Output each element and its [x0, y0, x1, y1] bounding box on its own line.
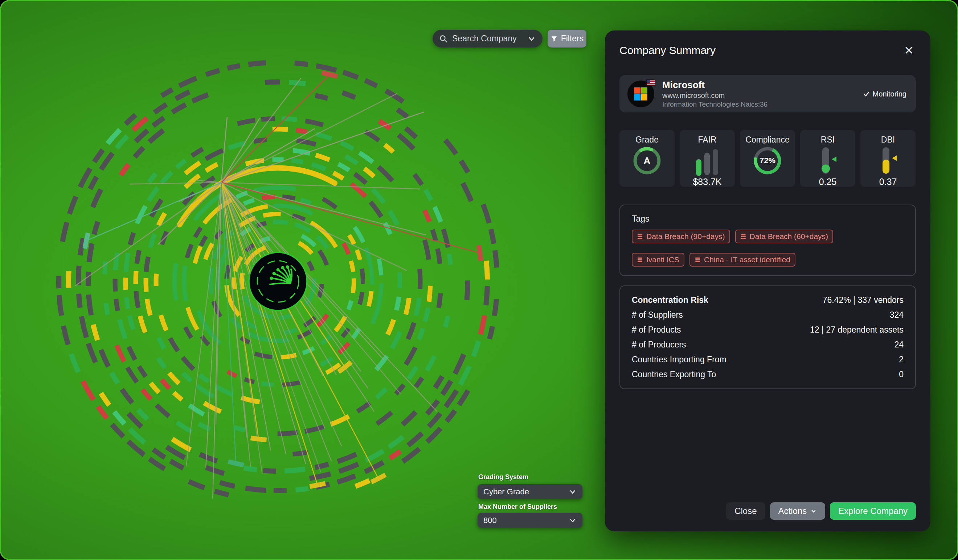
- tag-stack-icon: [740, 234, 747, 240]
- metric-row: Concentration Risk76.42% | 337 vendors: [632, 293, 904, 308]
- explore-company-button[interactable]: Explore Company: [830, 502, 916, 520]
- dbi-gauge-icon: [874, 145, 901, 177]
- stat-card-grade: Grade A: [619, 130, 674, 187]
- search-placeholder: Search Company: [452, 34, 517, 44]
- app-canvas: Search Company Filters Grading System Cy…: [0, 0, 958, 560]
- metric-row: # of Producers24: [632, 337, 904, 352]
- tag-label: Ivanti ICS: [646, 255, 679, 264]
- metric-label: Concentration Risk: [632, 295, 708, 305]
- stat-label: DBI: [881, 135, 895, 145]
- stat-value: $83.7K: [693, 177, 722, 187]
- metric-row: Countries Importing From2: [632, 352, 904, 367]
- check-icon: [863, 90, 870, 97]
- tag-chip[interactable]: Data Breach (90+days): [632, 229, 730, 244]
- grading-system-select[interactable]: Cyber Grade: [477, 484, 582, 499]
- company-name: Microsoft: [662, 79, 768, 91]
- tag-stack-icon: [695, 257, 701, 263]
- stat-label: FAIR: [698, 135, 716, 145]
- tag-stack-icon: [637, 257, 643, 263]
- filter-icon: [550, 35, 558, 43]
- grade-value: A: [631, 145, 663, 177]
- filters-button[interactable]: Filters: [547, 30, 587, 47]
- actions-label: Actions: [779, 506, 807, 516]
- panel-header: Company Summary ✕: [619, 30, 916, 59]
- tag-label: China - IT asset identified: [704, 255, 790, 264]
- company-summary-panel: Company Summary ✕ Microsoft www.microsof…: [605, 30, 930, 532]
- metric-row: # of Products12 | 27 dependent assets: [632, 323, 904, 337]
- monitoring-label: Monitoring: [873, 90, 906, 98]
- metric-value: 24: [894, 340, 904, 350]
- company-avatar: [627, 81, 654, 108]
- tag-stack-icon: [637, 234, 643, 240]
- grading-system-value: Cyber Grade: [483, 487, 529, 497]
- grade-donut-icon: A: [631, 145, 663, 177]
- chevron-down-icon: [810, 508, 817, 514]
- company-search-select[interactable]: Search Company: [433, 30, 542, 47]
- close-button[interactable]: Close: [726, 502, 765, 520]
- company-domain: www.microsoft.com: [662, 92, 768, 100]
- tags-card: Tags Data Breach (90+days)Data Breach (6…: [619, 204, 916, 276]
- close-icon[interactable]: ✕: [902, 44, 916, 57]
- company-text: Microsoft www.microsoft.com Information …: [662, 79, 768, 108]
- tags-list: Data Breach (90+days)Data Breach (60+day…: [632, 229, 904, 267]
- stat-card-rsi: RSI 0.25: [800, 130, 855, 187]
- panel-title: Company Summary: [619, 44, 715, 57]
- grading-system-label: Grading System: [478, 473, 528, 481]
- metric-value: 2: [899, 355, 904, 364]
- tags-title: Tags: [632, 214, 904, 224]
- metrics-list: Concentration Risk76.42% | 337 vendors# …: [632, 293, 904, 382]
- compliance-donut-icon: 72%: [752, 145, 784, 177]
- stat-value: 0.37: [879, 177, 897, 187]
- metric-value: 12 | 27 dependent assets: [810, 325, 904, 335]
- tag-chip[interactable]: Data Breach (60+days): [735, 229, 834, 244]
- metric-label: # of Products: [632, 325, 681, 335]
- max-suppliers-label: Max Number of Suppliers: [478, 503, 557, 511]
- actions-button[interactable]: Actions: [770, 502, 826, 520]
- tag-label: Data Breach (60+days): [750, 232, 828, 241]
- search-icon: [439, 35, 448, 43]
- chevron-down-icon: [569, 516, 577, 524]
- compliance-value: 72%: [752, 145, 784, 177]
- stat-card-fair: FAIR $83.7K: [680, 130, 735, 187]
- metric-row: # of Suppliers324: [632, 308, 904, 323]
- metric-row: Countries Exporting To0: [632, 367, 904, 382]
- chevron-down-icon: [527, 35, 536, 43]
- stat-label: Compliance: [745, 135, 789, 145]
- tag-chip[interactable]: Ivanti ICS: [632, 253, 684, 267]
- chevron-down-icon: [569, 488, 577, 496]
- rsi-gauge-icon: [814, 145, 841, 177]
- us-flag-icon: [647, 80, 655, 85]
- company-card[interactable]: Microsoft www.microsoft.com Information …: [619, 75, 916, 112]
- stat-value: 0.25: [819, 177, 837, 187]
- metric-label: Countries Exporting To: [632, 370, 716, 380]
- metric-label: # of Producers: [632, 340, 686, 350]
- tag-label: Data Breach (90+days): [646, 232, 725, 241]
- stat-label: Grade: [635, 135, 658, 145]
- metric-value: 324: [890, 310, 904, 320]
- tag-chip[interactable]: China - IT asset identified: [690, 253, 795, 267]
- metric-label: # of Suppliers: [632, 310, 683, 320]
- metric-label: Countries Importing From: [632, 355, 726, 364]
- max-suppliers-select[interactable]: 800: [477, 513, 582, 528]
- microsoft-logo-icon: [634, 87, 647, 100]
- stat-card-compliance: Compliance 72%: [740, 130, 795, 187]
- panel-footer: Close Actions Explore Company: [726, 502, 916, 520]
- metric-value: 76.42% | 337 vendors: [823, 295, 904, 305]
- concentration-risk-card: Concentration Risk76.42% | 337 vendors# …: [619, 285, 916, 389]
- filters-label: Filters: [561, 34, 584, 44]
- monitoring-badge: Monitoring: [863, 90, 906, 98]
- metric-value: 0: [899, 370, 904, 380]
- bar-chart-icon: [691, 145, 723, 177]
- stats-row: Grade A FAIR $83.7K C: [619, 130, 916, 187]
- company-industry: Information Technologies Naics:36: [662, 100, 768, 108]
- stat-label: RSI: [821, 135, 834, 145]
- stat-card-dbi: DBI 0.37: [860, 130, 915, 187]
- max-suppliers-value: 800: [483, 516, 497, 525]
